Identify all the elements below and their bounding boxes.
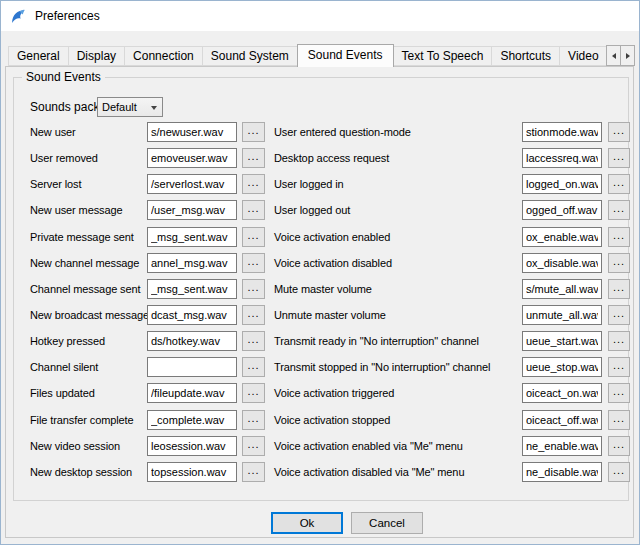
browse-button[interactable]: ... (608, 122, 630, 142)
sound-file-input[interactable] (522, 383, 602, 403)
sound-file-input[interactable] (522, 357, 602, 377)
app-icon (10, 8, 27, 25)
browse-button[interactable]: ... (608, 227, 630, 247)
event-label: File transfer complete (30, 414, 134, 426)
browse-button[interactable]: ... (608, 462, 630, 482)
sound-event-row: Server lost ... (30, 171, 266, 197)
sound-file-input[interactable] (147, 122, 237, 142)
browse-button[interactable]: ... (242, 279, 265, 299)
sound-file-input[interactable] (522, 148, 602, 168)
sound-event-row: Voice activation enabled ... (274, 224, 634, 250)
sounds-pack-row: Sounds pack Default (30, 97, 99, 117)
browse-button[interactable]: ... (242, 253, 265, 273)
browse-button[interactable]: ... (242, 383, 265, 403)
sound-event-row: Voice activation stopped ... (274, 407, 634, 433)
browse-button[interactable]: ... (242, 174, 265, 194)
browse-button[interactable]: ... (242, 410, 265, 430)
event-label: New user (30, 126, 76, 138)
browse-button[interactable]: ... (608, 436, 630, 456)
event-label: Files updated (30, 387, 95, 399)
event-label: New video session (30, 440, 120, 452)
chevron-down-icon (151, 106, 157, 110)
sound-file-input[interactable] (522, 331, 602, 351)
event-label: Private message sent (30, 231, 134, 243)
browse-button[interactable]: ... (608, 200, 630, 220)
event-label: Voice activation enabled via "Me" menu (274, 440, 463, 452)
sound-file-input[interactable] (147, 357, 237, 377)
event-label: Transmit ready in "No interruption" chan… (274, 335, 479, 347)
browse-button[interactable]: ... (242, 357, 265, 377)
sound-file-input[interactable] (147, 174, 237, 194)
tab-display[interactable]: Display (68, 46, 125, 66)
event-label: Channel silent (30, 361, 98, 373)
browse-button[interactable]: ... (242, 331, 265, 351)
sound-file-input[interactable] (522, 200, 602, 220)
sound-file-input[interactable] (522, 305, 602, 325)
sound-file-input[interactable] (147, 331, 237, 351)
browse-button[interactable]: ... (608, 253, 630, 273)
sound-file-input[interactable] (522, 253, 602, 273)
tab-connection[interactable]: Connection (124, 46, 203, 66)
sound-event-row: User logged out ... (274, 197, 634, 223)
browse-button[interactable]: ... (608, 410, 630, 430)
tab-scroll-control (607, 45, 635, 66)
sound-event-row: Desktop access request ... (274, 145, 634, 171)
browse-button[interactable]: ... (242, 305, 265, 325)
sound-event-row: Transmit ready in "No interruption" chan… (274, 328, 634, 354)
sound-event-row: New video session ... (30, 433, 266, 459)
sound-file-input[interactable] (147, 436, 237, 456)
browse-button[interactable]: ... (608, 383, 630, 403)
browse-button[interactable]: ... (608, 357, 630, 377)
sound-file-input[interactable] (147, 253, 237, 273)
sound-event-row: Voice activation disabled via "Me" menu … (274, 459, 634, 485)
sound-event-row: Channel message sent ... (30, 276, 266, 302)
event-label: Unmute master volume (274, 309, 386, 321)
browse-button[interactable]: ... (608, 279, 630, 299)
tab-general[interactable]: General (8, 46, 69, 66)
tab-sound-events[interactable]: Sound Events (297, 44, 394, 67)
tab-shortcuts[interactable]: Shortcuts (491, 46, 560, 66)
tab-scroll-left-button[interactable] (606, 45, 621, 66)
sound-event-row: User removed ... (30, 145, 266, 171)
sound-file-input[interactable] (147, 410, 237, 430)
browse-button[interactable]: ... (242, 436, 265, 456)
sound-file-input[interactable] (522, 436, 602, 456)
browse-button[interactable]: ... (242, 462, 265, 482)
browse-button[interactable]: ... (242, 122, 265, 142)
browse-button[interactable]: ... (242, 200, 265, 220)
window-title: Preferences (35, 9, 100, 23)
browse-button[interactable]: ... (608, 174, 630, 194)
cancel-button[interactable]: Cancel (351, 512, 423, 534)
browse-button[interactable]: ... (608, 148, 630, 168)
sound-event-row: User logged in ... (274, 171, 634, 197)
sound-event-row: New desktop session ... (30, 459, 266, 485)
tab-video[interactable]: Video (559, 46, 607, 66)
sound-event-row: New user ... (30, 119, 266, 145)
sound-event-row: Voice activation enabled via "Me" menu .… (274, 433, 634, 459)
sound-file-input[interactable] (147, 383, 237, 403)
sound-file-input[interactable] (522, 410, 602, 430)
browse-button[interactable]: ... (608, 331, 630, 351)
sound-file-input[interactable] (522, 462, 602, 482)
sounds-pack-combobox[interactable]: Default (97, 97, 163, 117)
browse-button[interactable]: ... (242, 227, 265, 247)
sound-file-input[interactable] (147, 227, 237, 247)
tab-sound-system[interactable]: Sound System (202, 46, 298, 66)
event-label: Hotkey pressed (30, 335, 105, 347)
browse-button[interactable]: ... (242, 148, 265, 168)
sound-file-input[interactable] (522, 174, 602, 194)
sound-file-input[interactable] (147, 462, 237, 482)
tab-text-to-speech[interactable]: Text To Speech (393, 46, 493, 66)
ok-button[interactable]: Ok (271, 512, 343, 534)
browse-button[interactable]: ... (608, 305, 630, 325)
event-label: Voice activation disabled via "Me" menu (274, 466, 464, 478)
sound-file-input[interactable] (522, 279, 602, 299)
sound-file-input[interactable] (147, 305, 237, 325)
sound-file-input[interactable] (147, 279, 237, 299)
sound-file-input[interactable] (147, 148, 237, 168)
tab-scroll-right-button[interactable] (620, 45, 635, 66)
sound-file-input[interactable] (147, 200, 237, 220)
sound-file-input[interactable] (522, 122, 602, 142)
sound-file-input[interactable] (522, 227, 602, 247)
event-label: Desktop access request (274, 152, 389, 164)
